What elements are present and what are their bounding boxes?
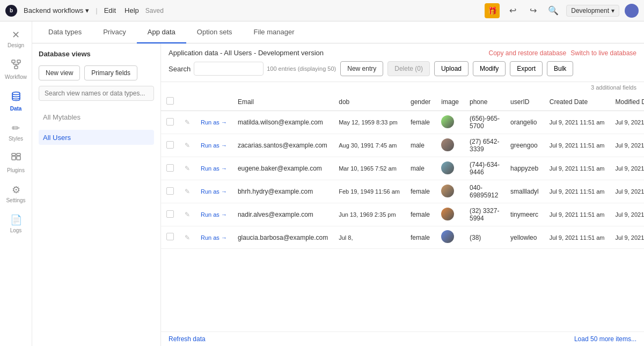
avatar-image [441, 115, 454, 128]
tab-privacy[interactable]: Privacy [92, 21, 137, 43]
app-name[interactable]: Backend workflows ▾ [24, 6, 89, 14]
database-views-panel: Database views New view Primary fields A… [32, 43, 161, 346]
entries-info: 100 entries (displaying 50) [267, 65, 336, 72]
row-userid: yellowleo [505, 226, 544, 249]
row-runas[interactable]: Run as → [195, 203, 232, 226]
delete-button[interactable]: Delete (0) [387, 61, 430, 76]
data-search-input[interactable] [194, 62, 264, 76]
view-all-users[interactable]: All Users ⎘ ✎ [39, 130, 154, 145]
edit-all-users-button[interactable]: ✎ [142, 133, 150, 142]
run-as-button: Run as → [201, 165, 227, 172]
tab-option-sets[interactable]: Option sets [186, 21, 243, 43]
sidebar-item-data[interactable]: Data [0, 85, 32, 117]
copy-view-button[interactable]: ⎘ [134, 113, 140, 121]
refresh-data-link[interactable]: Refresh data [169, 335, 206, 343]
header-gender: gender [405, 93, 436, 111]
upload-button[interactable]: Upload [434, 61, 469, 76]
table-row: ✎ Run as → bhrh.hydry@example.com Feb 19… [161, 180, 644, 203]
row-userid: orangelio [505, 111, 544, 134]
search-icon[interactable]: 🔍 [546, 3, 561, 18]
select-all-checkbox[interactable] [166, 97, 174, 105]
row-runas[interactable]: Run as → [195, 157, 232, 180]
svg-rect-2 [14, 66, 18, 69]
export-button[interactable]: Export [510, 61, 543, 76]
help-menu[interactable]: Help [125, 6, 139, 14]
undo-icon[interactable]: ↩ [505, 3, 520, 18]
search-views-input[interactable] [39, 86, 154, 101]
row-edit-icon[interactable]: ✎ [179, 180, 195, 203]
search-group: Search 100 entries (displaying 50) [169, 62, 336, 76]
row-image [436, 226, 464, 249]
row-runas[interactable]: Run as → [195, 134, 232, 157]
sidebar-item-design[interactable]: ✕ Design [0, 24, 32, 54]
row-email: eugene.baker@example.com [232, 157, 333, 180]
row-image [436, 157, 464, 180]
row-modified: Jul 9, 2021 11:51 am [610, 134, 644, 157]
all-mytables-group: All Mytables ⎘ ✎ [39, 109, 154, 124]
copy-restore-link[interactable]: Copy and restore database [488, 49, 566, 57]
row-checkbox[interactable] [161, 111, 179, 134]
sidebar-item-workflow[interactable]: Workflow [0, 54, 32, 85]
app-logo: b [5, 5, 17, 17]
environment-selector[interactable]: Development ▾ [566, 5, 619, 17]
tab-data-types[interactable]: Data types [38, 21, 92, 43]
table-header-row: Email dob gender image phone userID Crea… [161, 93, 644, 111]
row-phone: (32) 3327-5994 [464, 203, 505, 226]
new-entry-button[interactable]: New entry [340, 61, 383, 76]
tab-app-data[interactable]: App data [137, 21, 186, 43]
row-email: bhrh.hydry@example.com [232, 180, 333, 203]
row-dob: Mar 10, 1965 7:52 am [333, 157, 405, 180]
user-avatar[interactable] [625, 4, 639, 18]
row-edit-icon[interactable]: ✎ [179, 226, 195, 249]
new-view-button[interactable]: New view [39, 65, 80, 80]
row-runas[interactable]: Run as → [195, 111, 232, 134]
row-edit-icon[interactable]: ✎ [179, 203, 195, 226]
row-runas[interactable]: Run as → [195, 226, 232, 249]
row-edit-icon[interactable]: ✎ [179, 111, 195, 134]
row-edit-icon[interactable]: ✎ [179, 134, 195, 157]
settings-icon: ⚙ [12, 184, 20, 196]
tab-file-manager[interactable]: File manager [243, 21, 305, 43]
svg-rect-9 [17, 156, 20, 160]
sidebar: ✕ Design Workflow [0, 21, 32, 346]
copy-all-users-button[interactable]: ⎘ [134, 133, 140, 142]
svg-rect-8 [12, 156, 16, 160]
row-userid: greengoo [505, 134, 544, 157]
edit-row-icon: ✎ [185, 165, 190, 172]
view-all-mytables[interactable]: All Mytables ⎘ ✎ [39, 109, 154, 124]
design-icon: ✕ [12, 29, 20, 41]
sidebar-item-logs[interactable]: 📄 Logs [0, 209, 32, 239]
row-checkbox[interactable] [161, 203, 179, 226]
switch-live-link[interactable]: Switch to live database [570, 49, 636, 57]
row-checkbox[interactable] [161, 226, 179, 249]
main-layout: ✕ Design Workflow [0, 21, 644, 346]
redo-icon[interactable]: ↪ [525, 3, 540, 18]
run-as-button: Run as → [201, 119, 227, 126]
modify-button[interactable]: Modify [473, 61, 506, 76]
sidebar-item-styles[interactable]: ✏ Styles [0, 117, 32, 147]
row-email: matilda.wilson@example.com [232, 111, 333, 134]
row-gender: female [405, 180, 436, 203]
row-checkbox[interactable] [161, 157, 179, 180]
row-edit-icon[interactable]: ✎ [179, 157, 195, 180]
edit-menu[interactable]: Edit [104, 6, 116, 14]
row-checkbox[interactable] [161, 180, 179, 203]
svg-rect-10 [12, 153, 16, 156]
row-created: Jul 9, 2021 11:51 am [544, 111, 610, 134]
sidebar-item-plugins[interactable]: Plugins [0, 147, 32, 179]
row-dob: Aug 30, 1991 7:45 am [333, 134, 405, 157]
run-as-button: Run as → [201, 211, 227, 218]
sidebar-item-settings[interactable]: ⚙ Settings [0, 179, 32, 209]
row-modified: Jul 9, 2021 11:51 am [610, 203, 644, 226]
edit-row-icon: ✎ [185, 211, 190, 218]
bulk-button[interactable]: Bulk [547, 61, 573, 76]
edit-row-icon: ✎ [185, 234, 190, 241]
row-runas[interactable]: Run as → [195, 180, 232, 203]
load-more-link[interactable]: Load 50 more items... [574, 335, 636, 343]
row-phone: (744)-634-9446 [464, 157, 505, 180]
data-table: Email dob gender image phone userID Crea… [161, 93, 644, 249]
primary-fields-button[interactable]: Primary fields [84, 65, 137, 80]
row-checkbox[interactable] [161, 134, 179, 157]
gift-icon[interactable]: 🎁 [485, 3, 500, 18]
edit-view-button[interactable]: ✎ [142, 113, 150, 121]
